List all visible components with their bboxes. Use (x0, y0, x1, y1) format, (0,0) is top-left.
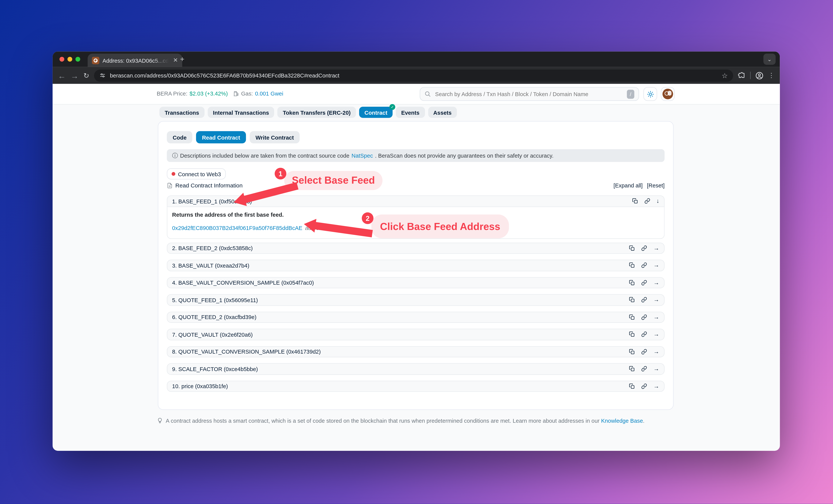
link-icon[interactable] (644, 198, 650, 204)
expand-arrow-icon[interactable]: → (653, 297, 659, 303)
method-label: 4. BASE_VAULT_CONVERSION_SAMPLE (0x054f7… (172, 279, 314, 286)
theme-toggle-button[interactable] (643, 87, 657, 101)
method-label: 10. price (0xa035b1fe) (172, 383, 228, 389)
reload-icon[interactable]: ↻ (84, 72, 89, 79)
link-icon[interactable] (641, 262, 647, 268)
copy-icon[interactable] (632, 198, 638, 204)
connect-to-web3-button[interactable]: Connect to Web3 (167, 168, 226, 179)
nav-tab-internal-transactions[interactable]: Internal Transactions (208, 107, 275, 118)
browser-window: Address: 0x93AD06c5...cdBa ✕ + ⌄ ← → ↻ b… (53, 51, 780, 451)
nav-tab-events[interactable]: Events (396, 107, 425, 118)
nav-tab-token-transfers-erc-20-[interactable]: Token Transfers (ERC-20) (278, 107, 356, 118)
link-icon[interactable] (641, 297, 647, 303)
method-header[interactable]: 1. BASE_FEED_1 (0xf50a4718) ↓ (167, 195, 665, 207)
search-icon (425, 91, 431, 97)
link-icon[interactable] (641, 383, 647, 389)
method-label: 2. BASE_FEED_2 (0xdc53858c) (172, 245, 253, 251)
profile-icon[interactable] (756, 71, 763, 79)
minimize-window-button[interactable] (68, 57, 72, 61)
copy-icon[interactable] (629, 331, 635, 337)
nav-tab-transactions[interactable]: Transactions (160, 107, 205, 118)
read-contract-section-row: Read Contract Information [Expand all] [… (167, 182, 665, 188)
connection-status-dot (172, 172, 175, 176)
nav-tab-assets[interactable]: Assets (428, 107, 457, 118)
tab-search-chevron-icon[interactable]: ⌄ (763, 54, 776, 65)
method-header[interactable]: 6. QUOTE_FEED_2 (0xacfbd39e) → (167, 311, 665, 323)
expand-all-link[interactable]: [Expand all] (614, 182, 643, 188)
step-2-badge: 2 (362, 212, 374, 224)
expand-arrow-icon[interactable]: → (653, 331, 659, 337)
method-row: 10. price (0xa035b1fe) → (167, 380, 665, 392)
search-input[interactable] (434, 90, 624, 98)
maximize-window-button[interactable] (75, 57, 80, 61)
copy-icon[interactable] (629, 314, 635, 320)
link-icon[interactable] (641, 280, 647, 286)
method-header[interactable]: 3. BASE_VAULT (0xeaa2d7b4) → (167, 259, 665, 271)
window-controls (60, 57, 80, 61)
tab-close-icon[interactable]: ✕ (173, 57, 178, 63)
contract-card: CodeRead ContractWrite Contract ⓘ Descri… (158, 121, 673, 410)
contract-subtab-code[interactable]: Code (167, 131, 192, 143)
gas-value[interactable]: 0.001 Gwei (255, 90, 283, 97)
expand-arrow-icon[interactable]: → (653, 366, 659, 372)
browser-tab[interactable]: Address: 0x93AD06c5...cdBa ✕ (88, 54, 182, 67)
page-footer: A contract address hosts a smart contrac… (157, 418, 644, 424)
site-settings-icon[interactable] (99, 72, 106, 79)
method-header[interactable]: 7. QUOTE_VAULT (0x2e6f20a6) → (167, 329, 665, 340)
copy-icon[interactable] (629, 366, 635, 372)
method-row: 4. BASE_VAULT_CONVERSION_SAMPLE (0x054f7… (167, 277, 665, 288)
method-actions: → (629, 297, 659, 303)
result-address-link[interactable]: 0x29d2fEC890B037B2d34f061F9a50f76F85ddBc… (172, 224, 303, 231)
link-icon[interactable] (641, 245, 647, 251)
expand-arrow-icon[interactable]: ↓ (656, 198, 659, 204)
copy-icon[interactable] (629, 297, 635, 303)
method-row: 8. QUOTE_VAULT_CONVERSION_SAMPLE (0x4617… (167, 346, 665, 357)
expand-arrow-icon[interactable]: → (653, 383, 659, 389)
nav-tab-contract[interactable]: Contract✓ (359, 107, 393, 118)
link-icon[interactable] (641, 331, 647, 337)
contract-subtab-read-contract[interactable]: Read Contract (196, 131, 246, 143)
method-header[interactable]: 2. BASE_FEED_2 (0xdc53858c) → (167, 242, 665, 254)
new-tab-button[interactable]: + (180, 55, 185, 63)
link-icon[interactable] (641, 349, 647, 355)
step-2-callout: Click Base Feed Address (371, 215, 509, 238)
bera-logo-icon (662, 89, 673, 99)
method-header[interactable]: 8. QUOTE_VAULT_CONVERSION_SAMPLE (0x4617… (167, 346, 665, 357)
method-header[interactable]: 4. BASE_VAULT_CONVERSION_SAMPLE (0x054f7… (167, 277, 665, 288)
copy-icon[interactable] (629, 383, 635, 389)
expand-arrow-icon[interactable]: → (653, 314, 659, 320)
bookmark-star-icon[interactable]: ☆ (722, 72, 728, 79)
knowledge-base-link[interactable]: Knowledge Base (601, 418, 643, 424)
copy-icon[interactable] (629, 245, 635, 251)
copy-icon[interactable] (629, 280, 635, 286)
expand-arrow-icon[interactable]: → (653, 349, 659, 355)
method-label: 8. QUOTE_VAULT_CONVERSION_SAMPLE (0x4617… (172, 349, 321, 355)
desktop-background: Address: 0x93AD06c5...cdBa ✕ + ⌄ ← → ↻ b… (0, 0, 833, 504)
bera-price-value[interactable]: $2.03 (+3.42%) (190, 90, 228, 97)
close-window-button[interactable] (60, 57, 64, 61)
link-icon[interactable] (641, 366, 647, 372)
address-bar[interactable]: berascan.com/address/0x93AD06c576C523E6F… (94, 69, 733, 81)
expand-arrow-icon[interactable]: → (653, 280, 659, 286)
reset-link[interactable]: [Reset] (647, 182, 665, 188)
method-header[interactable]: 5. QUOTE_FEED_1 (0x56095e11) → (167, 294, 665, 306)
link-icon[interactable] (641, 314, 647, 320)
method-header[interactable]: 9. SCALE_FACTOR (0xce4b5bbe) → (167, 363, 665, 375)
browser-menu-icon[interactable]: ⋮ (768, 72, 775, 79)
expand-arrow-icon[interactable]: → (653, 245, 659, 251)
method-actions: → (629, 262, 659, 268)
method-label: 6. QUOTE_FEED_2 (0xacfbd39e) (172, 314, 257, 320)
copy-icon[interactable] (629, 349, 635, 355)
expand-arrow-icon[interactable]: → (653, 262, 659, 268)
extensions-puzzle-icon[interactable] (738, 72, 745, 79)
network-menu-button[interactable] (661, 87, 675, 101)
back-icon[interactable]: ← (58, 71, 66, 79)
method-header[interactable]: 10. price (0xa035b1fe) → (167, 380, 665, 392)
copy-icon[interactable] (629, 262, 635, 268)
contract-subtab-write-contract[interactable]: Write Contract (250, 131, 300, 143)
forward-icon[interactable]: → (71, 71, 79, 79)
search-box[interactable]: / (420, 87, 639, 101)
bera-price-label: BERA Price: (157, 90, 188, 97)
natspec-link[interactable]: NatSpec (352, 152, 373, 159)
step-1-callout: Select Base Feed (284, 171, 382, 190)
